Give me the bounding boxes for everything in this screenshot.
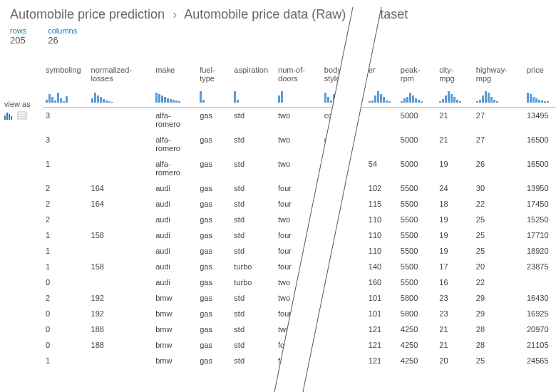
cell: 19 <box>436 156 473 180</box>
table-row[interactable]: 1bmwgasstdf1214250202524565 <box>43 353 556 368</box>
cell: two <box>275 156 321 180</box>
cell: 121 <box>366 353 398 368</box>
chevron-right-icon: › <box>173 7 177 21</box>
crumb-1[interactable]: Automobile price data (Raw) <box>184 7 346 21</box>
cell: 25 <box>473 353 524 368</box>
col-normalized-losses[interactable]: normalized-losses <box>88 63 153 86</box>
cell: 21 <box>436 337 473 353</box>
cell: 20 <box>436 353 473 368</box>
cell <box>88 353 153 368</box>
col-peak-rpm[interactable]: peak-rpm <box>398 63 436 86</box>
cell: 18920 <box>524 243 556 259</box>
cell <box>321 353 366 368</box>
cell: gas <box>197 227 231 243</box>
cell: 160 <box>366 274 398 290</box>
cell: 21 <box>436 132 473 156</box>
col-num-of-doors[interactable]: num-of-doors <box>275 63 321 86</box>
cell: 17 <box>436 259 473 274</box>
cell: 15250 <box>524 212 556 227</box>
cell: std <box>231 156 275 180</box>
rows-value: 205 <box>10 35 26 46</box>
col-symboling[interactable]: symboling <box>43 63 88 86</box>
table-row[interactable]: 1alfa-romerogasstdtwohatch54500019261650… <box>43 156 556 180</box>
cell: audi <box>153 243 197 259</box>
svg-rect-1 <box>6 113 8 120</box>
cell: 192 <box>88 290 153 306</box>
cell <box>321 274 366 290</box>
cell: seda <box>321 180 366 196</box>
cell: 3 <box>43 132 88 156</box>
crumb-2[interactable]: dataset <box>366 7 408 21</box>
cell: 188 <box>88 321 153 337</box>
cell: std <box>231 337 275 353</box>
table-row[interactable]: 1audigasstdfour1105500192518920 <box>43 243 556 259</box>
cell <box>366 132 398 156</box>
col-body-style[interactable]: body-style <box>321 63 366 86</box>
col-make[interactable]: make <box>153 63 197 86</box>
cell <box>88 274 153 290</box>
cell: 23 <box>436 290 473 306</box>
cell: 2 <box>43 290 88 306</box>
table-row[interactable]: 1158audigasturbofour1405500172023875 <box>43 259 556 274</box>
cell: 25 <box>473 243 524 259</box>
col-price[interactable]: price <box>524 63 556 86</box>
table-row[interactable]: 2192bmwgasstdtwo1015800232916430 <box>43 290 556 306</box>
table-row[interactable]: 3alfa-romerogasstdtwoconvertib5000212713… <box>43 108 556 133</box>
col-er[interactable]: er <box>366 63 398 86</box>
cell: 16500 <box>524 156 556 180</box>
table-row[interactable]: 2164audigasstdfourse1155500182217450 <box>43 196 556 212</box>
cell <box>524 274 556 290</box>
table-row[interactable]: 1158audigasstdfour1105500192517710 <box>43 227 556 243</box>
cell: gas <box>197 180 231 196</box>
spark-price <box>524 86 556 108</box>
col-city-mpg[interactable]: city-mpg <box>436 63 473 86</box>
data-table[interactable]: symbolingnormalized-lossesmakefuel-typea… <box>43 63 556 392</box>
cell: 5500 <box>398 196 436 212</box>
cell: 2 <box>43 196 88 212</box>
cell <box>321 321 366 337</box>
cell: 25 <box>473 212 524 227</box>
cell: 2 <box>43 212 88 227</box>
chevron-right-icon: › <box>354 7 358 21</box>
histogram-view-icon[interactable] <box>4 111 14 120</box>
col-highway-mpg[interactable]: highway-mpg <box>473 63 524 86</box>
cell: audi <box>153 196 197 212</box>
table-row[interactable]: 0188bmwgasstdfo1214250212821105 <box>43 337 556 353</box>
cell: gas <box>197 259 231 274</box>
cell: 4250 <box>398 353 436 368</box>
spark-peak-rpm <box>398 86 436 108</box>
cell: 17450 <box>524 196 556 212</box>
table-row[interactable]: 0192bmwgasstdfour1015800232916925 <box>43 306 556 321</box>
cell: 158 <box>88 259 153 274</box>
cell: two <box>275 274 321 290</box>
cell: bmw <box>153 337 197 353</box>
table-row[interactable]: 3alfa-romerogasstdtwoconver5000212716500 <box>43 132 556 156</box>
cell: 27 <box>473 108 524 133</box>
cell: 5500 <box>398 259 436 274</box>
table-view-icon[interactable] <box>17 111 27 120</box>
cell: audi <box>153 274 197 290</box>
cell: turbo <box>231 259 275 274</box>
svg-rect-3 <box>11 116 12 120</box>
col-aspiration[interactable]: aspiration <box>231 63 275 86</box>
cell: 4250 <box>398 337 436 353</box>
cell: 164 <box>88 180 153 196</box>
table-row[interactable]: 2audigasstdtwose1105500192515250 <box>43 212 556 227</box>
col-fuel-type[interactable]: fuel-type <box>197 63 231 86</box>
table-row[interactable]: 0188bmwgasstdtwo1214250212820970 <box>43 321 556 337</box>
cell: 1 <box>43 353 88 368</box>
cell <box>321 243 366 259</box>
cell: 23 <box>436 306 473 321</box>
cell: 5500 <box>398 227 436 243</box>
cell: 3 <box>43 108 88 133</box>
table-row[interactable]: 0audigasturbotwo16055001622 <box>43 274 556 290</box>
table-row[interactable]: 2164audigasstdfourseda1025500243013950 <box>43 180 556 196</box>
cell: two <box>275 290 321 306</box>
cell: 13495 <box>524 108 556 133</box>
cell: 0 <box>43 274 88 290</box>
crumb-0[interactable]: Automobile price prediction <box>10 7 165 21</box>
cell: se <box>321 196 366 212</box>
cell: two <box>275 212 321 227</box>
cell: audi <box>153 227 197 243</box>
cell: 2 <box>43 180 88 196</box>
